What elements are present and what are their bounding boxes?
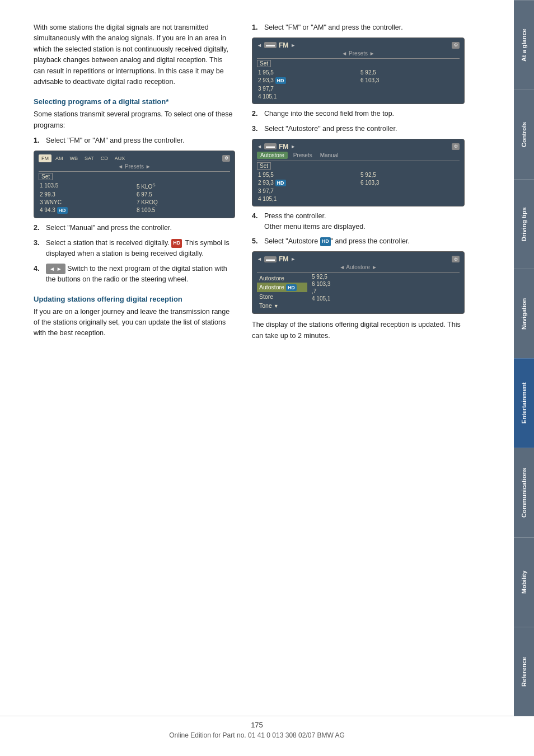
- station-cell: 5 KLOS: [135, 182, 230, 190]
- station-cell: 8 100.5: [135, 206, 230, 214]
- presets-tab[interactable]: Presets: [291, 152, 315, 159]
- outro-text: The display of the stations offering dig…: [252, 320, 465, 341]
- step-list-right-2: 2. Change into the second field from the…: [252, 109, 465, 134]
- station-cell: 5 92,5: [359, 69, 460, 76]
- step-item: 1. Select "FM" or "AM" and press the con…: [34, 135, 235, 146]
- station-data-row2: 6 103,3: [312, 281, 460, 287]
- right-step-5: 5. Select "Autostore HD" and press the c…: [252, 236, 465, 247]
- main-content: With some stations the digital signals a…: [0, 0, 514, 368]
- menu-item-autostore-hd[interactable]: Autostore HD: [257, 283, 307, 292]
- station-cell: 2 93,3 HD: [257, 179, 357, 187]
- station-grid-r1: 1 95,5 5 92,5 2 93,3 HD 6 103,3 3 97,7 4…: [257, 69, 460, 100]
- hd-badge: HD: [57, 207, 68, 214]
- screen-icon-auto2: ⚙: [452, 256, 460, 262]
- hd-badge: HD: [275, 77, 286, 84]
- station-cell: 4 105,1: [257, 195, 357, 203]
- station-cell: 4 105,1: [257, 93, 357, 100]
- right-column: 1. Select "FM" or "AM" and press the con…: [252, 22, 465, 346]
- radio-screen-autostore-1: ◄ ▬▬ FM ► ⚙ Autostore Presets Manual Set…: [252, 139, 465, 206]
- sidebar-tab-communications[interactable]: Communications: [514, 448, 534, 537]
- right-step-3: 3. Select "Autostore" and press the cont…: [252, 124, 465, 134]
- intro-paragraph: With some stations the digital signals a…: [34, 22, 235, 87]
- autostore-content: Autostore Autostore HD Store Tone ▼ 5 92…: [257, 274, 460, 310]
- station-cell: 5 92,5: [359, 171, 460, 179]
- right-step-4: 4. Press the controller.Other menu items…: [252, 211, 465, 232]
- section-heading-updating: Updating stations offering digital recep…: [34, 295, 235, 303]
- manual-tab[interactable]: Manual: [318, 152, 341, 159]
- cd-tab[interactable]: CD: [98, 154, 111, 162]
- station-cell: 3 WNYC: [39, 199, 133, 206]
- menu-item-tone[interactable]: Tone ▼: [257, 301, 307, 310]
- am-tab[interactable]: AM: [53, 154, 66, 162]
- station-cell: 6 97.5: [135, 191, 230, 198]
- step-item-2: 2. Select "Manual" and press the control…: [34, 223, 235, 233]
- autostore-header-label: ◄ Autostore ►: [257, 264, 460, 270]
- sidebar-tab-controls[interactable]: Controls: [514, 90, 534, 179]
- wb-tab[interactable]: WB: [67, 154, 81, 162]
- section-heading-selecting: Selecting programs of a digital station*: [34, 97, 235, 106]
- step-item-4: 4. ◄ ► Switch to the next program of the…: [34, 264, 235, 285]
- autostore-menu-screen: ◄ ▬▬ FM ► ⚙ ◄ Autostore ► Autostore Auto…: [252, 251, 465, 314]
- station-cell: [359, 187, 460, 195]
- fm-tab[interactable]: FM: [39, 154, 51, 162]
- station-grid-1: 1 103.5 5 KLOS 2 99.3 6 97.5 3 WNYC 7 KR…: [39, 182, 230, 215]
- sidebar-tab-at-glance[interactable]: At a glance: [514, 0, 534, 90]
- sidebar-tab-navigation[interactable]: Navigation: [514, 269, 534, 358]
- station-cell: [359, 93, 460, 100]
- radio-screen-1: FM AM WB SAT CD AUX ⚙ ◄ Presets ► Set 1 …: [34, 151, 235, 219]
- menu-item-store[interactable]: Store: [257, 292, 307, 301]
- sidebar-tab-driving-tips[interactable]: Driving tips: [514, 179, 534, 269]
- autostore-menu-items: Autostore Autostore HD Store Tone ▼: [257, 274, 307, 310]
- hd-badge-step5: HD: [320, 237, 331, 246]
- step-list-right-3: 4. Press the controller.Other menu items…: [252, 211, 465, 247]
- sidebar: At a glance Controls Driving tips Naviga…: [514, 0, 534, 756]
- station-grid-auto1: 1 95,5 5 92,5 2 93,3 HD 6 103,3 3 97,7 4…: [257, 171, 460, 203]
- autostore-tab[interactable]: Autostore: [257, 152, 288, 159]
- autostore-station-data: 5 92,5 6 103,3 ,7 4 105,1: [312, 274, 460, 310]
- station-cell: 6 103,3: [359, 77, 460, 84]
- sidebar-tab-mobility[interactable]: Mobility: [514, 537, 534, 627]
- set-label: Set: [39, 173, 53, 180]
- station-cell: [359, 195, 460, 203]
- station-data-row1: 5 92,5: [312, 274, 460, 280]
- nav-button-icon: ◄ ►: [46, 264, 65, 274]
- online-edition: Online Edition for Part no. 01 41 0 013 …: [0, 731, 514, 739]
- aux-tab[interactable]: AUX: [112, 154, 128, 162]
- section1-intro: Some stations transmit several programs.…: [34, 109, 235, 131]
- station-cell: 4 94.3 HD: [39, 206, 133, 214]
- station-cell: 1 95,5: [257, 171, 357, 179]
- radio-screen-right-1: ◄ ▬▬ FM ► ⚙ ◄ Presets ► Set 1 95,5 5 92,…: [252, 37, 465, 104]
- section2-intro: If you are on a longer journey and leave…: [34, 307, 235, 339]
- station-data-row4: 4 105,1: [312, 295, 460, 302]
- station-cell: 6 103,3: [359, 179, 460, 187]
- hd-badge-menu: HD: [286, 284, 297, 291]
- sidebar-tab-reference[interactable]: Reference: [514, 627, 534, 716]
- left-column: With some stations the digital signals a…: [34, 22, 235, 346]
- right-step-2: 2. Change into the second field from the…: [252, 109, 465, 119]
- station-cell: 2 93,3 HD: [257, 77, 357, 84]
- step-item-3: 3. Select a station that is received dig…: [34, 238, 235, 259]
- menu-item-autostore[interactable]: Autostore: [257, 274, 307, 283]
- right-step-1: 1. Select "FM" or "AM" and press the con…: [252, 22, 465, 33]
- step-list-right: 1. Select "FM" or "AM" and press the con…: [252, 22, 465, 33]
- station-cell: [359, 85, 460, 92]
- step-list-left: 1. Select "FM" or "AM" and press the con…: [34, 135, 235, 146]
- station-cell: 3 97,7: [257, 85, 357, 92]
- hd-inline: HD: [171, 239, 182, 248]
- station-cell: 2 99.3: [39, 191, 133, 198]
- station-cell: 7 KROQ: [135, 199, 230, 206]
- station-cell: 1 103.5: [39, 182, 133, 190]
- station-data-row3: ,7: [312, 288, 460, 294]
- presets-label: ◄ Presets ►: [39, 163, 230, 170]
- screen-icon: ⚙: [222, 155, 230, 162]
- page-footer: 175 Online Edition for Part no. 01 41 0 …: [0, 716, 514, 739]
- hd-badge: HD: [275, 180, 286, 186]
- station-cell: 1 95,5: [257, 69, 357, 76]
- set-label-auto1: Set: [257, 162, 271, 170]
- presets-label-r1: ◄ Presets ►: [257, 50, 460, 57]
- sat-tab[interactable]: SAT: [82, 154, 97, 162]
- screen-icon-auto1: ⚙: [452, 143, 460, 150]
- page-number: 175: [0, 721, 514, 729]
- sidebar-tab-entertainment[interactable]: Entertainment: [514, 358, 534, 448]
- fm-tab-row: FM AM WB SAT CD AUX: [39, 154, 128, 162]
